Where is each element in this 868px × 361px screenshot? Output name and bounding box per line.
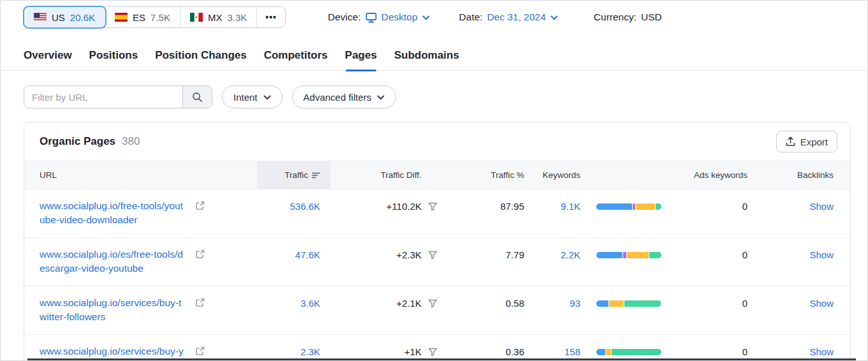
external-link-icon[interactable] [195, 346, 205, 356]
table-header-row: URL Traffic Traffic Diff. Traffic % [24, 161, 850, 189]
table-row: www.socialplug.io/es/free-tools/descarga… [24, 238, 850, 286]
date-selector[interactable]: Date: Dec 31, 2024 [459, 11, 558, 23]
filter-funnel-icon[interactable] [428, 251, 438, 260]
keyword-intent-bar [596, 349, 661, 355]
keywords-value-link[interactable]: 9.1K [561, 201, 580, 212]
backlinks-show-link[interactable]: Show [809, 249, 834, 260]
traffic-pct-value: 0.58 [442, 286, 525, 335]
top-bar: US 20.6K ES 7.5K [1, 1, 867, 28]
table-row: www.socialplug.io/services/buy-twitter-f… [24, 286, 850, 335]
keyword-intent-bar [596, 252, 661, 258]
column-header-url[interactable]: URL [24, 161, 257, 189]
traffic-pct-value: 87.95 [442, 189, 525, 238]
traffic-value-link[interactable]: 536.6K [290, 201, 320, 212]
chevron-down-icon [422, 15, 430, 20]
country-code: MX [208, 12, 223, 23]
keyword-intent-bar [596, 203, 661, 210]
traffic-diff-value: +2.3K [396, 249, 422, 260]
country-tab-mx[interactable]: MX 3.3K [180, 7, 257, 27]
country-code: US [52, 12, 65, 23]
search-button[interactable] [182, 86, 212, 108]
column-header-traffic-pct[interactable]: Traffic % [442, 161, 525, 189]
traffic-value-link[interactable]: 2.3K [300, 346, 320, 357]
ads-keywords-value: 0 [677, 238, 748, 286]
keyword-intent-bar [596, 300, 661, 307]
country-database-tabs: US 20.6K ES 7.5K [24, 6, 286, 28]
tab-pages[interactable]: Pages [345, 49, 377, 70]
backlinks-show-link[interactable]: Show [809, 201, 834, 212]
device-selector[interactable]: Device: Desktop [328, 11, 430, 23]
tab-competitors[interactable]: Competitors [264, 49, 328, 70]
filter-funnel-icon[interactable] [428, 299, 438, 308]
page-url-link[interactable]: www.socialplug.io/free-tools/youtube-vid… [40, 199, 185, 226]
advanced-filters-label: Advanced filters [304, 92, 372, 103]
export-button[interactable]: Export [776, 131, 837, 152]
traffic-value-link[interactable]: 47.6K [295, 249, 320, 260]
country-tab-es[interactable]: ES 7.5K [105, 7, 180, 27]
backlinks-show-link[interactable]: Show [809, 298, 834, 309]
intent-filter-button[interactable]: Intent [222, 85, 283, 108]
external-link-icon[interactable] [195, 201, 205, 210]
filter-by-url-input[interactable] [24, 86, 182, 108]
ads-keywords-value: 0 [677, 189, 748, 238]
export-icon [786, 136, 795, 147]
device-label: Device: [328, 11, 361, 23]
country-traffic-value: 7.5K [151, 12, 170, 23]
filter-funnel-icon[interactable] [428, 348, 438, 357]
column-header-keywords[interactable]: Keywords [525, 161, 581, 189]
export-label: Export [800, 136, 828, 147]
mx-flag-icon [190, 13, 203, 22]
keywords-value-link[interactable]: 2.2K [561, 249, 580, 260]
more-countries-button[interactable]: ••• [257, 7, 285, 27]
keywords-value-link[interactable]: 158 [564, 346, 580, 357]
report-tabs: Overview Positions Position Changes Comp… [1, 28, 867, 71]
date-value: Dec 31, 2024 [487, 11, 546, 23]
column-header-traffic-diff[interactable]: Traffic Diff. [330, 161, 442, 189]
external-link-icon[interactable] [195, 249, 205, 259]
traffic-value-link[interactable]: 3.6K [300, 298, 320, 309]
country-traffic-value: 20.6K [70, 12, 95, 23]
panel-title: Organic Pages [40, 135, 115, 148]
device-value: Desktop [381, 11, 418, 23]
search-icon [192, 92, 203, 103]
tab-subdomains[interactable]: Subdomains [394, 49, 459, 70]
panel-header: Organic Pages 380 Export [24, 122, 850, 161]
table-row: www.socialplug.io/services/buy-y 2.3K [24, 335, 850, 361]
keywords-value-link[interactable]: 93 [570, 298, 580, 309]
page-url-link[interactable]: www.socialplug.io/services/buy-twitter-f… [40, 296, 185, 323]
column-header-intent-bar [581, 161, 677, 189]
filters-bar: Intent Advanced filters [1, 71, 867, 108]
currency-label: Currency: [594, 11, 636, 23]
desktop-monitor-icon [365, 12, 377, 23]
window-bottom-edge [27, 358, 856, 360]
ads-keywords-value: 0 [677, 286, 748, 335]
advanced-filters-button[interactable]: Advanced filters [292, 85, 397, 108]
sort-descending-icon [312, 172, 320, 179]
table-row: www.socialplug.io/free-tools/youtube-vid… [24, 189, 850, 238]
country-traffic-value: 3.3K [227, 12, 247, 23]
traffic-diff-value: +2.1K [396, 298, 422, 309]
currency-indicator: Currency: USD [594, 11, 662, 23]
tab-position-changes[interactable]: Position Changes [155, 49, 247, 70]
country-tab-us[interactable]: US 20.6K [24, 7, 105, 27]
tab-positions[interactable]: Positions [89, 49, 138, 70]
currency-value: USD [641, 11, 662, 23]
organic-research-page: US 20.6K ES 7.5K [0, 0, 868, 361]
organic-pages-table: URL Traffic Traffic Diff. Traffic % [24, 161, 850, 361]
ads-keywords-value: 0 [677, 335, 748, 361]
panel-total-count: 380 [122, 135, 140, 148]
intent-filter-label: Intent [233, 92, 258, 103]
column-header-backlinks[interactable]: Backlinks [748, 161, 850, 189]
us-flag-icon [34, 13, 47, 22]
filter-funnel-icon[interactable] [428, 202, 438, 211]
backlinks-show-link[interactable]: Show [809, 346, 834, 357]
traffic-pct-value: 0.36 [442, 335, 525, 361]
chevron-down-icon [377, 95, 385, 100]
column-header-ads-keywords[interactable]: Ads keywords [677, 161, 748, 189]
page-url-link[interactable]: www.socialplug.io/es/free-tools/descarga… [40, 247, 185, 275]
external-link-icon[interactable] [195, 298, 205, 307]
column-header-traffic[interactable]: Traffic [257, 161, 330, 189]
page-url-link[interactable]: www.socialplug.io/services/buy-y [40, 344, 185, 358]
traffic-diff-value: +1K [404, 346, 422, 357]
tab-overview[interactable]: Overview [24, 49, 72, 70]
